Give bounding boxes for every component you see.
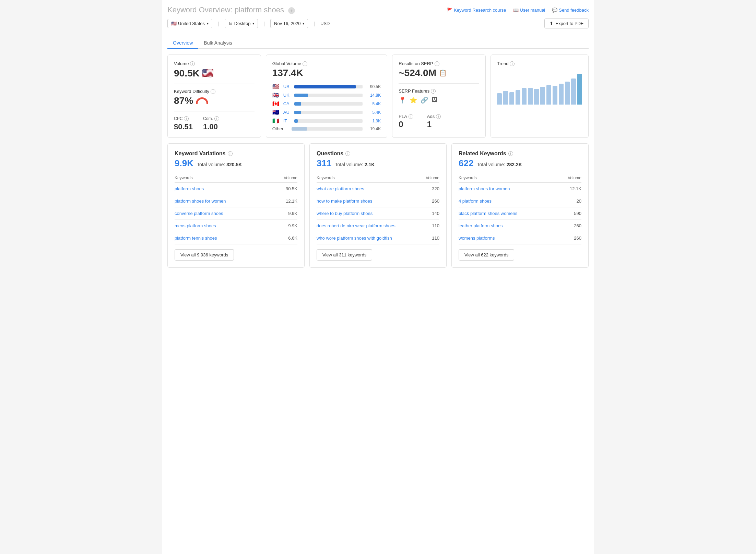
country-code[interactable]: UK (283, 93, 292, 98)
serp-info-icon[interactable]: i (435, 61, 439, 66)
pla-value: 0 (399, 120, 413, 129)
country-flag-icon: 🇦🇺 (272, 109, 281, 116)
keyword-link[interactable]: platform shoes for women (175, 198, 226, 204)
ads-info-icon[interactable]: i (436, 114, 441, 119)
kv-view-all-button[interactable]: View all 9,936 keywords (175, 249, 234, 261)
kv-total: Total volume: 320.5K (197, 162, 242, 167)
country-volume[interactable]: 5.4K (365, 101, 381, 106)
serp-features-info-icon[interactable]: i (431, 89, 436, 94)
country-code[interactable]: CA (283, 101, 292, 106)
tab-bulk-analysis[interactable]: Bulk Analysis (198, 37, 237, 49)
kv-col-keywords: Keywords (175, 173, 271, 183)
country-code[interactable]: AU (283, 110, 292, 115)
volume-cell: 9.9K (271, 207, 297, 220)
keyword-link[interactable]: what are platform shoes (317, 186, 364, 191)
global-volume-info-icon[interactable]: i (303, 61, 307, 66)
export-button[interactable]: ⬆ Export to PDF (544, 19, 589, 28)
table-row: who wore platform shoes with goldfish 11… (317, 232, 439, 244)
keyword-link[interactable]: platform shoes for women (459, 186, 510, 191)
related-keywords-section: Related Keywords i 622 Total volume: 282… (451, 143, 589, 268)
rk-view-all-button[interactable]: View all 622 keywords (459, 249, 514, 261)
keyword-link[interactable]: 4 platform shoes (459, 198, 492, 204)
keyword-link[interactable]: mens platform shoes (175, 223, 216, 228)
user-manual-link[interactable]: 📖 User manual (513, 8, 545, 13)
title-prefix: Keyword Overview: (167, 5, 233, 14)
volume-label: Volume (174, 61, 189, 66)
ads-label: Ads (427, 114, 435, 119)
rk-table: Keywords Volume platform shoes for women… (459, 173, 581, 244)
volume-cell: 90.5K (271, 183, 297, 195)
country-filter[interactable]: 🇺🇸 United States ▾ (167, 19, 212, 28)
q-table: Keywords Volume what are platform shoes … (317, 173, 439, 244)
volume-cell: 12.1K (558, 183, 581, 195)
keyword-link[interactable]: black platform shoes womens (459, 211, 517, 216)
volume-cell: 20 (558, 195, 581, 207)
rk-info-icon[interactable]: i (508, 151, 513, 156)
feedback-icon: 💬 (552, 8, 557, 13)
q-view-all-button[interactable]: View all 311 keywords (317, 249, 372, 261)
tab-overview[interactable]: Overview (167, 37, 198, 49)
country-row: 🇨🇦 CA 5.4K (272, 100, 381, 107)
kd-info-icon[interactable]: i (211, 89, 215, 94)
volume-cell: 110 (421, 232, 439, 244)
trend-bar (516, 90, 520, 105)
keyword-link[interactable]: how to make platform shoes (317, 198, 373, 204)
volume-card: Volume i 90.5K 🇺🇸 Keyword Difficulty i 8… (167, 55, 261, 138)
keyword-link[interactable]: platform shoes (175, 186, 204, 191)
trend-info-icon[interactable]: i (510, 61, 515, 66)
research-course-link[interactable]: 🚩 Keyword Research course (447, 8, 506, 13)
flag-icon: 🚩 (447, 8, 452, 13)
pla-info-icon[interactable]: i (409, 114, 413, 119)
com-label: Com. (203, 116, 213, 121)
serp-doc-icon: 📋 (439, 69, 447, 77)
difficulty-gauge-arc (196, 97, 208, 104)
volume-bar-fill (294, 111, 301, 114)
country-volume[interactable]: 1.9K (365, 119, 381, 123)
keyword-link[interactable]: converse platform shoes (175, 211, 223, 216)
keyword-link[interactable]: who wore platform shoes with goldfish (317, 236, 392, 241)
q-info-icon[interactable]: i (345, 151, 350, 156)
volume-bar-container (294, 119, 363, 123)
volume-cell: 110 (421, 220, 439, 232)
global-volume-label: Global Volume (272, 61, 302, 66)
country-row: 🇬🇧 UK 14.8K (272, 92, 381, 98)
keyword-link[interactable]: does robert de niro wear platform shoes (317, 223, 395, 228)
separator: | (314, 21, 315, 26)
cpc-info-icon[interactable]: i (184, 116, 189, 121)
volume-flag: 🇺🇸 (202, 68, 214, 79)
date-filter[interactable]: Nov 16, 2020 ▾ (270, 19, 308, 28)
title-keyword: platform shoes (235, 5, 284, 14)
q-col-keywords: Keywords (317, 173, 421, 183)
keyword-link[interactable]: leather platform shoes (459, 223, 503, 228)
tab-bar: Overview Bulk Analysis (167, 37, 589, 49)
send-feedback-link[interactable]: 💬 Send feedback (552, 8, 589, 13)
volume-cell: 260 (421, 195, 439, 207)
country-volume[interactable]: 5.4K (365, 110, 381, 115)
other-row: Other 19.4K (272, 126, 381, 131)
table-row: mens platform shoes 9.9K (175, 220, 297, 232)
keyword-link[interactable]: womens platforms (459, 236, 495, 241)
kv-info-icon[interactable]: i (228, 151, 233, 156)
volume-cell: 320 (421, 183, 439, 195)
device-filter[interactable]: 🖥 Desktop ▾ (225, 19, 258, 28)
table-row: platform shoes 90.5K (175, 183, 297, 195)
country-code: US (283, 84, 292, 89)
country-volume[interactable]: 14.8K (365, 93, 381, 98)
separator: | (263, 21, 265, 26)
add-keyword-icon[interactable]: + (288, 7, 295, 14)
keyword-link[interactable]: platform tennis shoes (175, 236, 217, 241)
country-code[interactable]: IT (283, 118, 292, 123)
kv-table: Keywords Volume platform shoes 90.5K pla… (175, 173, 297, 244)
volume-bar-fill (294, 119, 298, 123)
keyword-link[interactable]: where to buy platform shoes (317, 211, 373, 216)
volume-cell: 140 (421, 207, 439, 220)
volume-info-icon[interactable]: i (190, 61, 195, 66)
trend-bar (503, 91, 508, 105)
com-info-icon[interactable]: i (214, 116, 219, 121)
serp-card: Results on SERP i ~524.0M 📋 SERP Feature… (392, 55, 486, 138)
trend-card: Trend i (491, 55, 589, 138)
ads-value: 1 (427, 120, 441, 129)
kv-col-volume: Volume (271, 173, 297, 183)
other-bar-fill (292, 127, 307, 131)
serp-label: Results on SERP (399, 61, 433, 66)
